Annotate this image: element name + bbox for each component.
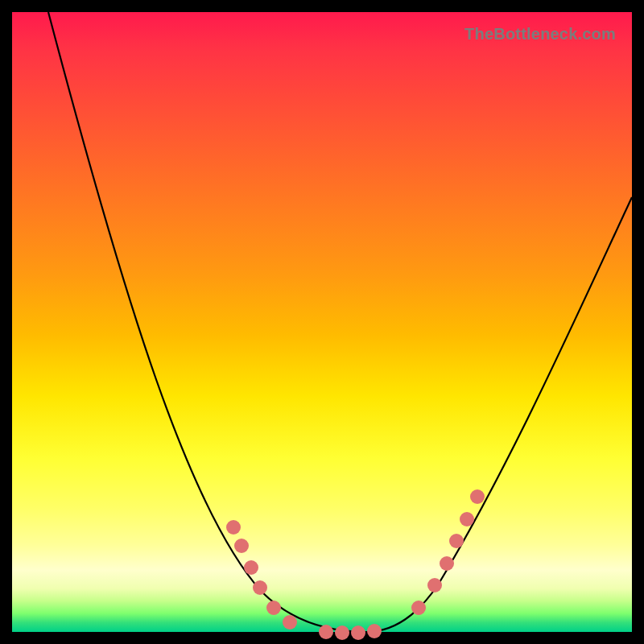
marker-dot bbox=[411, 601, 426, 615]
marker-dot bbox=[283, 615, 297, 630]
marker-dot bbox=[470, 489, 485, 504]
marker-dot bbox=[449, 534, 464, 548]
marker-dot bbox=[460, 512, 474, 526]
plot-area: TheBottleneck.com bbox=[12, 12, 632, 632]
marker-dot bbox=[253, 580, 267, 595]
marker-dot bbox=[367, 624, 382, 638]
marker-dot bbox=[266, 601, 281, 615]
bottleneck-curve bbox=[48, 12, 632, 632]
marker-dot bbox=[427, 578, 442, 592]
marker-dot bbox=[234, 539, 249, 553]
marker-dot bbox=[351, 625, 365, 640]
chart-frame: TheBottleneck.com bbox=[0, 0, 644, 644]
chart-svg bbox=[12, 12, 632, 632]
marker-dot bbox=[440, 556, 454, 571]
marker-dot bbox=[226, 520, 241, 535]
marker-dot bbox=[244, 560, 258, 575]
marker-dot bbox=[319, 625, 333, 639]
marker-dots-group bbox=[226, 489, 485, 640]
marker-dot bbox=[335, 625, 349, 640]
